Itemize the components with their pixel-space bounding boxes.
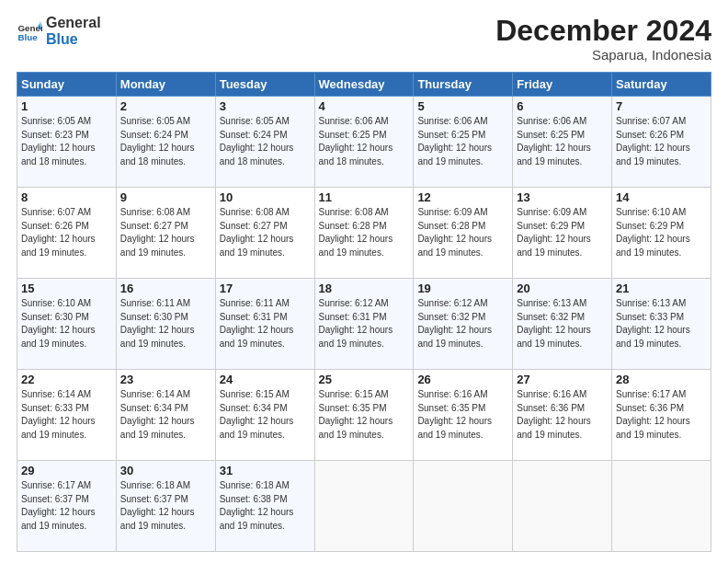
table-row: 20Sunrise: 6:13 AM Sunset: 6:32 PM Dayli… — [513, 279, 612, 370]
table-row: 1Sunrise: 6:05 AM Sunset: 6:23 PM Daylig… — [17, 97, 117, 188]
day-info: Sunrise: 6:06 AM Sunset: 6:25 PM Dayligh… — [417, 115, 508, 168]
table-row — [513, 461, 612, 552]
table-row: 24Sunrise: 6:15 AM Sunset: 6:34 PM Dayli… — [215, 370, 314, 461]
day-number: 25 — [319, 373, 410, 386]
table-row: 8Sunrise: 6:07 AM Sunset: 6:26 PM Daylig… — [17, 188, 117, 279]
day-info: Sunrise: 6:10 AM Sunset: 6:30 PM Dayligh… — [21, 297, 112, 350]
table-row: 25Sunrise: 6:15 AM Sunset: 6:35 PM Dayli… — [314, 370, 414, 461]
day-number: 19 — [417, 282, 508, 295]
day-number: 14 — [616, 190, 707, 204]
day-info: Sunrise: 6:07 AM Sunset: 6:26 PM Dayligh… — [21, 206, 112, 259]
day-number: 2 — [120, 99, 211, 113]
day-number: 7 — [616, 99, 707, 113]
table-row: 9Sunrise: 6:08 AM Sunset: 6:27 PM Daylig… — [116, 188, 215, 279]
table-row: 19Sunrise: 6:12 AM Sunset: 6:32 PM Dayli… — [414, 279, 513, 370]
table-row: 10Sunrise: 6:08 AM Sunset: 6:27 PM Dayli… — [215, 188, 314, 279]
table-row: 18Sunrise: 6:12 AM Sunset: 6:31 PM Dayli… — [314, 279, 414, 370]
day-info: Sunrise: 6:17 AM Sunset: 6:36 PM Dayligh… — [616, 388, 707, 442]
day-info: Sunrise: 6:11 AM Sunset: 6:31 PM Dayligh… — [220, 297, 311, 350]
table-row: 21Sunrise: 6:13 AM Sunset: 6:33 PM Dayli… — [612, 279, 711, 370]
header-tuesday: Tuesday — [215, 73, 314, 97]
day-number: 30 — [120, 464, 211, 477]
header-saturday: Saturday — [612, 73, 711, 97]
table-row: 5Sunrise: 6:06 AM Sunset: 6:25 PM Daylig… — [414, 97, 513, 188]
table-row — [414, 461, 513, 552]
day-number: 4 — [319, 99, 410, 113]
day-number: 10 — [220, 190, 311, 204]
page: General Blue General Blue December 2024 … — [0, 0, 728, 563]
table-row: 17Sunrise: 6:11 AM Sunset: 6:31 PM Dayli… — [215, 279, 314, 370]
day-info: Sunrise: 6:05 AM Sunset: 6:24 PM Dayligh… — [220, 115, 311, 168]
day-info: Sunrise: 6:08 AM Sunset: 6:28 PM Dayligh… — [319, 206, 410, 259]
day-number: 31 — [220, 464, 311, 477]
table-row: 3Sunrise: 6:05 AM Sunset: 6:24 PM Daylig… — [215, 97, 314, 188]
table-row: 2Sunrise: 6:05 AM Sunset: 6:24 PM Daylig… — [116, 97, 215, 188]
day-number: 28 — [616, 373, 707, 386]
table-row: 28Sunrise: 6:17 AM Sunset: 6:36 PM Dayli… — [612, 370, 711, 461]
day-info: Sunrise: 6:16 AM Sunset: 6:36 PM Dayligh… — [517, 388, 608, 442]
day-number: 29 — [21, 464, 112, 477]
day-info: Sunrise: 6:08 AM Sunset: 6:27 PM Dayligh… — [220, 206, 311, 259]
day-number: 9 — [120, 190, 211, 204]
table-row — [612, 461, 711, 552]
location-subtitle: Saparua, Indonesia — [495, 47, 711, 63]
day-info: Sunrise: 6:14 AM Sunset: 6:33 PM Dayligh… — [21, 388, 112, 442]
day-number: 23 — [120, 373, 211, 386]
day-number: 3 — [220, 99, 311, 113]
day-info: Sunrise: 6:06 AM Sunset: 6:25 PM Dayligh… — [517, 115, 608, 168]
table-row: 11Sunrise: 6:08 AM Sunset: 6:28 PM Dayli… — [314, 188, 414, 279]
day-info: Sunrise: 6:06 AM Sunset: 6:25 PM Dayligh… — [319, 115, 410, 168]
day-number: 1 — [21, 99, 112, 113]
day-number: 6 — [517, 99, 608, 113]
table-row: 26Sunrise: 6:16 AM Sunset: 6:35 PM Dayli… — [414, 370, 513, 461]
table-row: 7Sunrise: 6:07 AM Sunset: 6:26 PM Daylig… — [612, 97, 711, 188]
logo: General Blue General Blue — [17, 15, 101, 47]
day-number: 21 — [616, 282, 707, 295]
table-row: 6Sunrise: 6:06 AM Sunset: 6:25 PM Daylig… — [513, 97, 612, 188]
title-block: December 2024 Saparua, Indonesia — [495, 15, 711, 63]
day-info: Sunrise: 6:05 AM Sunset: 6:24 PM Dayligh… — [120, 115, 211, 168]
day-number: 12 — [417, 190, 508, 204]
logo-icon: General Blue — [17, 18, 42, 44]
day-info: Sunrise: 6:15 AM Sunset: 6:34 PM Dayligh… — [220, 388, 311, 442]
day-info: Sunrise: 6:08 AM Sunset: 6:27 PM Dayligh… — [120, 206, 211, 259]
day-number: 27 — [517, 373, 608, 386]
table-row: 12Sunrise: 6:09 AM Sunset: 6:28 PM Dayli… — [414, 188, 513, 279]
day-number: 20 — [517, 282, 608, 295]
day-info: Sunrise: 6:17 AM Sunset: 6:37 PM Dayligh… — [21, 479, 112, 533]
day-number: 24 — [220, 373, 311, 386]
day-info: Sunrise: 6:09 AM Sunset: 6:28 PM Dayligh… — [417, 206, 508, 259]
calendar-table: Sunday Monday Tuesday Wednesday Thursday… — [17, 72, 711, 552]
day-info: Sunrise: 6:12 AM Sunset: 6:32 PM Dayligh… — [417, 297, 508, 350]
day-info: Sunrise: 6:18 AM Sunset: 6:37 PM Dayligh… — [120, 479, 211, 533]
header: General Blue General Blue December 2024 … — [17, 15, 711, 63]
calendar-body: 1Sunrise: 6:05 AM Sunset: 6:23 PM Daylig… — [17, 97, 711, 552]
table-row: 14Sunrise: 6:10 AM Sunset: 6:29 PM Dayli… — [612, 188, 711, 279]
day-number: 26 — [417, 373, 508, 386]
table-row: 22Sunrise: 6:14 AM Sunset: 6:33 PM Dayli… — [17, 370, 117, 461]
table-row: 23Sunrise: 6:14 AM Sunset: 6:34 PM Dayli… — [116, 370, 215, 461]
day-number: 8 — [21, 190, 112, 204]
day-number: 11 — [319, 190, 410, 204]
calendar-header: Sunday Monday Tuesday Wednesday Thursday… — [17, 73, 711, 97]
table-row — [314, 461, 414, 552]
logo-line1: General — [46, 15, 101, 31]
day-info: Sunrise: 6:11 AM Sunset: 6:30 PM Dayligh… — [120, 297, 211, 350]
header-monday: Monday — [116, 73, 215, 97]
svg-text:Blue: Blue — [17, 31, 38, 41]
day-info: Sunrise: 6:13 AM Sunset: 6:32 PM Dayligh… — [517, 297, 608, 350]
day-info: Sunrise: 6:12 AM Sunset: 6:31 PM Dayligh… — [319, 297, 410, 350]
day-info: Sunrise: 6:14 AM Sunset: 6:34 PM Dayligh… — [120, 388, 211, 442]
day-number: 16 — [120, 282, 211, 295]
day-number: 5 — [417, 99, 508, 113]
table-row: 31Sunrise: 6:18 AM Sunset: 6:38 PM Dayli… — [215, 461, 314, 552]
header-wednesday: Wednesday — [314, 73, 414, 97]
day-number: 15 — [21, 282, 112, 295]
day-info: Sunrise: 6:15 AM Sunset: 6:35 PM Dayligh… — [319, 388, 410, 442]
day-info: Sunrise: 6:09 AM Sunset: 6:29 PM Dayligh… — [517, 206, 608, 259]
table-row: 30Sunrise: 6:18 AM Sunset: 6:37 PM Dayli… — [116, 461, 215, 552]
table-row: 15Sunrise: 6:10 AM Sunset: 6:30 PM Dayli… — [17, 279, 117, 370]
day-number: 18 — [319, 282, 410, 295]
month-title: December 2024 — [495, 15, 711, 47]
day-number: 22 — [21, 373, 112, 386]
